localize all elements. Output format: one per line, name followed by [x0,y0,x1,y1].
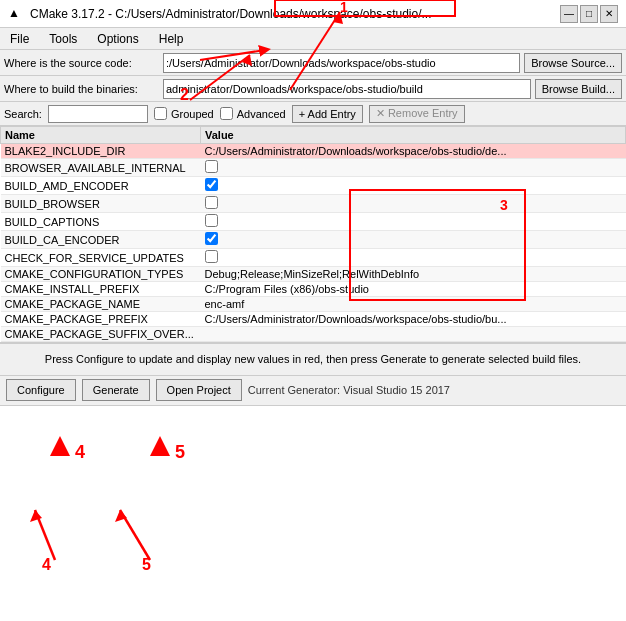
row-value: C:/Users/Administrator/Downloads/workspa… [201,312,626,327]
row-name: BROWSER_AVAILABLE_INTERNAL [1,159,201,177]
col-name-header: Name [1,127,201,144]
generator-label: Current Generator: Visual Studio 15 2017 [248,384,450,396]
svg-text:4: 4 [75,442,85,462]
row-name: BUILD_AMD_ENCODER [1,177,201,195]
window-controls: — □ ✕ [560,5,618,23]
menu-tools[interactable]: Tools [43,30,83,48]
table-row: CMAKE_PACKAGE_SUFFIX_OVER... [1,327,626,342]
row-value[interactable] [201,231,626,249]
table-row: BROWSER_AVAILABLE_INTERNAL [1,159,626,177]
menu-help[interactable]: Help [153,30,190,48]
browse-build-button[interactable]: Browse Build... [535,79,622,99]
row-value: enc-amf [201,297,626,312]
row-name: CMAKE_INSTALL_PREFIX [1,282,201,297]
variables-table-container[interactable]: Name Value BLAKE2_INCLUDE_DIRC:/Users/Ad… [0,126,626,343]
svg-text:5: 5 [175,442,185,462]
row-name: CMAKE_PACKAGE_NAME [1,297,201,312]
browse-source-button[interactable]: Browse Source... [524,53,622,73]
binaries-input[interactable] [163,79,531,99]
generate-button[interactable]: Generate [82,379,150,401]
row-name: CMAKE_PACKAGE_PREFIX [1,312,201,327]
row-name: BUILD_CAPTIONS [1,213,201,231]
row-value[interactable] [201,177,626,195]
source-input[interactable] [163,53,520,73]
table-row: BUILD_CAPTIONS [1,213,626,231]
row-checkbox[interactable] [205,160,218,173]
table-row: CMAKE_PACKAGE_PREFIXC:/Users/Administrat… [1,312,626,327]
table-row: BUILD_AMD_ENCODER [1,177,626,195]
variables-table: Name Value BLAKE2_INCLUDE_DIRC:/Users/Ad… [0,126,626,343]
minimize-button[interactable]: — [560,5,578,23]
app-icon: ▲ [8,6,24,22]
menu-bar: File Tools Options Help [0,28,626,50]
grouped-checkbox-group: Grouped [154,107,214,120]
table-row: CHECK_FOR_SERVICE_UPDATES [1,249,626,267]
row-name: CMAKE_PACKAGE_SUFFIX_OVER... [1,327,201,342]
advanced-checkbox-group: Advanced [220,107,286,120]
add-entry-button[interactable]: + Add Entry [292,105,363,123]
row-name: BLAKE2_INCLUDE_DIR [1,144,201,159]
binaries-row: Where to build the binaries: Browse Buil… [0,76,626,102]
open-project-button[interactable]: Open Project [156,379,242,401]
row-value[interactable] [201,195,626,213]
row-checkbox[interactable] [205,178,218,191]
table-row: BUILD_CA_ENCODER [1,231,626,249]
grouped-checkbox[interactable] [154,107,167,120]
table-row: CMAKE_INSTALL_PREFIXC:/Program Files (x8… [1,282,626,297]
row-value: C:/Users/Administrator/Downloads/workspa… [201,144,626,159]
maximize-button[interactable]: □ [580,5,598,23]
advanced-checkbox[interactable] [220,107,233,120]
col-value-header: Value [201,127,626,144]
source-label: Where is the source code: [4,57,159,69]
search-bar: Search: Grouped Advanced + Add Entry ✕ R… [0,102,626,126]
row-value[interactable] [201,213,626,231]
row-checkbox[interactable] [205,214,218,227]
row-checkbox[interactable] [205,250,218,263]
app-window: ▲ CMake 3.17.2 - C:/Users/Administrator/… [0,0,626,621]
row-name: BUILD_BROWSER [1,195,201,213]
table-row: CMAKE_PACKAGE_NAMEenc-amf [1,297,626,312]
bottom-area: 4 5 [0,405,626,622]
status-bar: Press Configure to update and display ne… [0,343,626,375]
advanced-label: Advanced [237,108,286,120]
binaries-label: Where to build the binaries: [4,83,159,95]
row-name: CMAKE_CONFIGURATION_TYPES [1,267,201,282]
menu-file[interactable]: File [4,30,35,48]
row-value [201,327,626,342]
source-row: Where is the source code: Browse Source.… [0,50,626,76]
annotations-overlay: 4 5 [0,406,626,526]
row-checkbox[interactable] [205,232,218,245]
grouped-label: Grouped [171,108,214,120]
search-label: Search: [4,108,42,120]
table-row: CMAKE_CONFIGURATION_TYPESDebug;Release;M… [1,267,626,282]
close-button[interactable]: ✕ [600,5,618,23]
row-name: CHECK_FOR_SERVICE_UPDATES [1,249,201,267]
window-title: CMake 3.17.2 - C:/Users/Administrator/Do… [30,7,560,21]
table-row: BUILD_BROWSER [1,195,626,213]
row-value[interactable] [201,159,626,177]
configure-button[interactable]: Configure [6,379,76,401]
remove-entry-button[interactable]: ✕ Remove Entry [369,105,465,123]
menu-options[interactable]: Options [91,30,144,48]
svg-marker-2 [150,436,170,456]
svg-marker-0 [50,436,70,456]
search-input[interactable] [48,105,148,123]
table-row: BLAKE2_INCLUDE_DIRC:/Users/Administrator… [1,144,626,159]
row-value: C:/Program Files (x86)/obs-studio [201,282,626,297]
action-bar: Configure Generate Open Project Current … [0,375,626,405]
title-bar: ▲ CMake 3.17.2 - C:/Users/Administrator/… [0,0,626,28]
row-value: Debug;Release;MinSizeRel;RelWithDebInfo [201,267,626,282]
row-checkbox[interactable] [205,196,218,209]
row-value[interactable] [201,249,626,267]
status-message: Press Configure to update and display ne… [45,353,581,365]
row-name: BUILD_CA_ENCODER [1,231,201,249]
